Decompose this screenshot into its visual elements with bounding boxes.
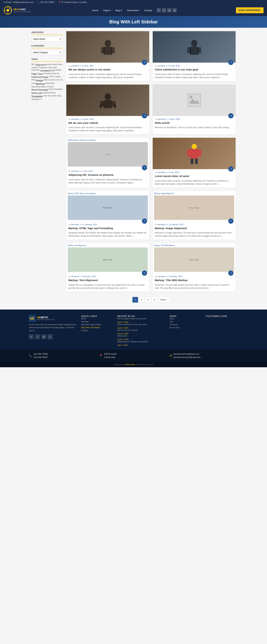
tag-codex[interactable]: Codex: [52, 66, 57, 68]
tag-html[interactable]: Html: [32, 79, 35, 82]
post-title-3[interactable]: We do care your vehicle: [68, 121, 147, 125]
tag-markup[interactable]: Markup: [36, 82, 45, 85]
footer-link-sitemap[interactable]: Site Map: [81, 320, 114, 322]
tag-embeds[interactable]: Embeds: [44, 72, 50, 75]
post-date-link-3[interactable]: 6 June, 2020: [82, 118, 94, 120]
post-author-link-2[interactable]: mechanic: [157, 65, 166, 67]
post-author-link-10[interactable]: mechanic: [157, 275, 166, 278]
share-button-9[interactable]: ↗: [142, 270, 147, 276]
archive-select[interactable]: Select Month January 2020 February 2020 …: [32, 36, 63, 42]
footer-linkedin-icon[interactable]: in: [41, 334, 46, 339]
tag-lists[interactable]: Lists: [59, 79, 63, 82]
share-button-1[interactable]: ↗: [142, 60, 147, 65]
tag-alignment[interactable]: Alignment: [35, 64, 47, 66]
post-date-link-9[interactable]: 9 January, 2013: [82, 275, 96, 278]
tag-shortcode[interactable]: Shortcode: [32, 92, 43, 94]
post-date-link-8[interactable]: 10 January, 2013: [169, 224, 183, 226]
share-button-5[interactable]: ↗: [142, 165, 147, 170]
post-image-anchor-5[interactable]: Adipiscing elit. Vivamus eu pharetra: [68, 139, 148, 141]
post-title-2[interactable]: Client satisfaction is our main goal: [155, 68, 233, 71]
book-appointment-button[interactable]: BOOK APPOINTMENT: [236, 7, 263, 13]
post-author-link-8[interactable]: mechanic: [157, 224, 166, 226]
nav-page[interactable]: Page ▾: [101, 8, 113, 13]
tag-css[interactable]: Css: [51, 69, 55, 72]
post-author-link-5[interactable]: mechanic: [71, 170, 79, 172]
page-btn-1[interactable]: 1: [132, 297, 138, 302]
post-date-link-4[interactable]: 5 June, 2020: [169, 118, 180, 120]
tag-readability[interactable]: Readability: [54, 88, 63, 91]
footer-link-shop[interactable]: Shop: [170, 318, 202, 320]
tag-twitter[interactable]: Twitter: [52, 95, 57, 98]
tag-arrows[interactable]: Arrows: [47, 64, 52, 66]
facebook-icon-nav[interactable]: f: [157, 8, 161, 12]
tag-fun[interactable]: fun: [53, 76, 55, 78]
pagination-next-button[interactable]: Next >: [158, 297, 169, 302]
page-btn-2[interactable]: 2: [139, 297, 144, 302]
tag-excerpt[interactable]: Excerpt: [51, 72, 56, 75]
post-date-link-6[interactable]: 4 July, 2019: [169, 171, 179, 173]
tag-aside[interactable]: Aside: [53, 64, 57, 66]
post-date-link-2[interactable]: 6 June, 2020: [169, 65, 180, 67]
tag-quote[interactable]: Quote: [49, 88, 53, 91]
tag-look[interactable]: Look: [32, 82, 35, 85]
footer-link-blog-right[interactable]: Blog With Right Sidebar: [81, 324, 114, 326]
post-author-link-7[interactable]: mechanic: [71, 224, 79, 226]
share-button-3[interactable]: ↗: [142, 113, 147, 118]
tag-image[interactable]: Image: [36, 79, 43, 82]
pinterest-icon-nav[interactable]: p: [167, 8, 171, 12]
footer-facebook-icon[interactable]: f: [29, 334, 34, 339]
footer-link-blog-left[interactable]: Blog With Left Sidebar: [81, 326, 114, 328]
twitter-icon-nav[interactable]: t: [162, 8, 166, 12]
post-title-1[interactable]: We are always active in our works: [68, 68, 147, 71]
post-title-10[interactable]: Markup: Title With Markup: [155, 278, 233, 282]
post-image-anchor-7[interactable]: Markup: HTML Tags and Formatting: [68, 192, 148, 194]
tag-must-read[interactable]: Must-Read: [32, 86, 40, 88]
post-author-link-1[interactable]: mechanic: [71, 65, 79, 67]
tag-standard[interactable]: Standard: [43, 92, 50, 94]
tag-link[interactable]: Link: [56, 79, 59, 82]
post-date-link-7[interactable]: 11 January, 2013: [82, 224, 97, 226]
tag-post-formats[interactable]: Post Formats: [32, 88, 48, 91]
share-button-2[interactable]: ↗: [228, 60, 233, 65]
share-button-10[interactable]: ↗: [228, 270, 233, 276]
post-date-link-1[interactable]: 6 June, 2020: [82, 65, 94, 67]
tag-edge-case[interactable]: Edge Case: [32, 72, 43, 75]
footer-link-cart[interactable]: Cart: [170, 320, 202, 322]
tag-jetpack[interactable]: jetpack: [44, 79, 49, 82]
post-title-8[interactable]: Markup: Image Alignment: [155, 226, 233, 230]
share-button-4[interactable]: ↗: [228, 113, 233, 118]
post-title-7[interactable]: Markup: HTML Tags and Formatting: [68, 226, 147, 230]
tag-comments[interactable]: Comments: [32, 69, 40, 72]
post-author-link-6[interactable]: mechanic: [157, 171, 166, 173]
share-button-8[interactable]: ↗: [228, 218, 233, 224]
tag-tired[interactable]: Tired: [43, 95, 47, 98]
tag-chat[interactable]: Chat: [48, 66, 52, 68]
tag-17th[interactable]: 17th: [49, 76, 52, 78]
tag-video[interactable]: Video: [57, 95, 61, 98]
tag-drawfix[interactable]: Drawfix: [56, 69, 61, 72]
tag-layout[interactable]: Layout: [50, 79, 55, 82]
footer-link-myaccount[interactable]: My account: [170, 326, 202, 328]
instagram-icon-nav[interactable]: in: [172, 8, 177, 12]
tag-bbt[interactable]: BBT: [32, 64, 35, 66]
footer-link-home[interactable]: Home: [81, 318, 114, 320]
tag-title[interactable]: Title: [48, 95, 51, 98]
tag-mothership[interactable]: Mothership: [46, 82, 54, 85]
post-author-link-4[interactable]: mechanic: [157, 118, 166, 120]
post-author-link-3[interactable]: mechanic: [71, 118, 79, 120]
post-author-link-9[interactable]: mechanic: [71, 275, 79, 278]
page-btn-3[interactable]: 3: [145, 297, 151, 302]
nav-home[interactable]: Home: [90, 8, 100, 13]
footer-link-contact[interactable]: Contact: [81, 330, 114, 332]
footer-twitter-icon[interactable]: t: [48, 334, 53, 339]
tag-gallery[interactable]: Gallery: [56, 76, 61, 78]
post-image-anchor-10[interactable]: Markup: Title With Markup: [154, 244, 234, 246]
share-button-7[interactable]: ↗: [142, 218, 147, 224]
copyright-link[interactable]: @mechanic: [125, 364, 135, 366]
tag-categories[interactable]: Categories: [39, 66, 47, 68]
tag-status[interactable]: Status: [51, 92, 56, 94]
post-date-link-10[interactable]: 5 January, 2013: [169, 275, 182, 278]
post-date-link-5[interactable]: 4 July, 2019: [82, 170, 93, 172]
tag-wordpress-tv[interactable]: Wordpress.Tv: [32, 98, 42, 100]
nav-shortcode[interactable]: Shortcode ▾: [125, 8, 141, 13]
